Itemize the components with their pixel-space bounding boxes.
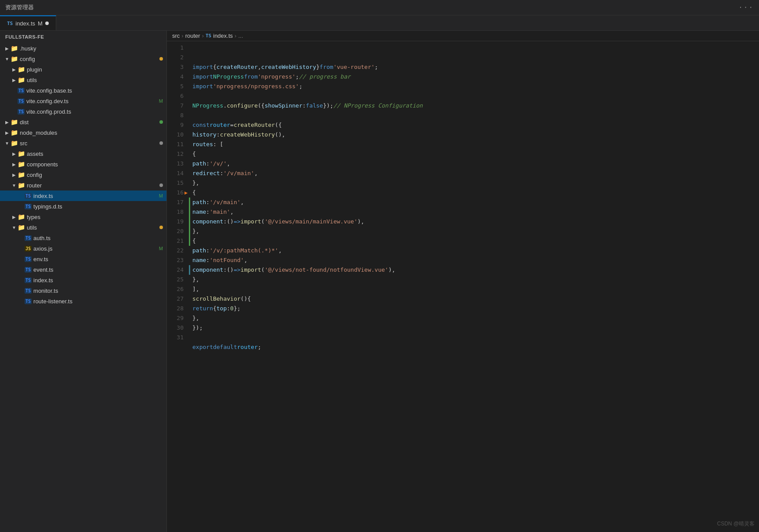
panel-title: 资源管理器 [5, 4, 34, 11]
tree-item-node_modules[interactable]: ▶ 📁 node_modules [0, 127, 166, 138]
tree-item-vite-config-prod[interactable]: TS vite.config.prod.ts [0, 106, 166, 117]
ellipsis-button[interactable]: ··· [738, 4, 754, 11]
code-line-30: export default router; [189, 342, 759, 352]
bc-ts-badge: TS [206, 33, 211, 39]
code-line-31 [189, 352, 759, 362]
tree-item-axios-js[interactable]: JS axios.js M [0, 243, 166, 254]
code-line-24: ], [189, 284, 759, 294]
tree-item-utils[interactable]: ▼ 📁 utils [0, 222, 166, 233]
code-line-4 [189, 91, 759, 101]
code-line-11: path: '/v/', [189, 159, 759, 169]
code-line-21: name: 'notFound', [189, 255, 759, 265]
tree-item-auth-ts[interactable]: TS auth.ts [0, 233, 166, 243]
tab-modifier: M [38, 20, 43, 27]
tree-item-typings-d-ts[interactable]: TS typings.d.ts [0, 201, 166, 212]
bc-sep3: › [235, 32, 236, 39]
watermark: CSDN @晴灵客 [717, 520, 755, 528]
line-numbers: 1234567891011121314151617181920212223242… [167, 41, 189, 532]
code-line-3: import 'nprogress/nprogress.css'; [189, 82, 759, 91]
code-line-27: }, [189, 313, 759, 323]
code-line-5: NProgress.configure({ showSpinner: false… [189, 101, 759, 111]
bc-dots: ... [238, 32, 243, 39]
code-line-20: path: '/v/:pathMatch(.*)*', [189, 246, 759, 255]
tree-item-config[interactable]: ▼ 📁 config [0, 54, 166, 64]
bc-filename: index.ts [213, 32, 233, 39]
tab-dot [45, 22, 49, 25]
breadcrumb: src › router › TS index.ts › ... [167, 31, 759, 41]
tree-item-router[interactable]: ▼ 📁 router [0, 180, 166, 191]
code-line-7: const router = createRouter({ [189, 120, 759, 130]
tab-index-ts[interactable]: TS index.ts M [0, 15, 56, 30]
sidebar-header: FULLSTARS-FE [0, 31, 166, 43]
code-line-13: }, [189, 178, 759, 188]
code-line-8: history: createWebHistory(), [189, 130, 759, 140]
tree-item-assets[interactable]: ▶ 📁 assets [0, 148, 166, 159]
file-tree: ▶ 📁 .husky ▼ 📁 config ▶ 📁 plugin ▶ 📁 uti… [0, 43, 166, 306]
code-line-12: redirect: '/v/main', [189, 169, 759, 178]
code-line-28: }); [189, 323, 759, 333]
tree-item-config-src[interactable]: ▶ 📁 config [0, 169, 166, 180]
tree-item-monitor-ts[interactable]: TS monitor.ts [0, 285, 166, 296]
code-line-25: scrollBehavior() { [189, 294, 759, 304]
tab-bar: TS index.ts M [0, 15, 759, 31]
code-line-18: }, [189, 226, 759, 236]
code-content: import { createRouter, createWebHistory … [189, 41, 759, 532]
code-line-16: name: 'main', [189, 207, 759, 217]
tree-item-plugin[interactable]: ▶ 📁 plugin [0, 64, 166, 75]
code-line-14: ▶ { [189, 188, 759, 198]
code-editor[interactable]: 1234567891011121314151617181920212223242… [167, 41, 759, 532]
tab-ts-badge: TS [7, 21, 13, 26]
tree-item-utils-config[interactable]: ▶ 📁 utils [0, 75, 166, 85]
bc-router: router [185, 32, 200, 39]
sidebar: FULLSTARS-FE ▶ 📁 .husky ▼ 📁 config ▶ 📁 p… [0, 31, 167, 532]
code-line-15: path: '/v/main', [189, 198, 759, 207]
tree-item-env-ts[interactable]: TS env.ts [0, 254, 166, 264]
tree-item-vite-config-dev[interactable]: TS vite.config.dev.ts M [0, 96, 166, 106]
main-layout: FULLSTARS-FE ▶ 📁 .husky ▼ 📁 config ▶ 📁 p… [0, 31, 759, 532]
tree-item-husky[interactable]: ▶ 📁 .husky [0, 43, 166, 54]
bc-src: src [172, 32, 180, 39]
bc-sep1: › [181, 32, 183, 39]
tree-item-components[interactable]: ▶ 📁 components [0, 159, 166, 169]
code-line-17: component: () => import('@/views/main/ma… [189, 217, 759, 226]
bc-sep2: › [202, 32, 204, 39]
code-line-29 [189, 333, 759, 342]
code-line-19: { [189, 236, 759, 246]
title-bar: 资源管理器 ··· [0, 0, 759, 15]
code-line-22: component: () => import('@/views/not-fou… [189, 265, 759, 275]
tree-item-vite-config-base[interactable]: TS vite.config.base.ts [0, 85, 166, 96]
tree-item-index-ts2[interactable]: TS index.ts [0, 275, 166, 285]
code-line-23: }, [189, 275, 759, 284]
code-line-26: return { top: 0 }; [189, 304, 759, 313]
tree-item-event-ts[interactable]: TS event.ts [0, 264, 166, 275]
editor-area: src › router › TS index.ts › ... 1234567… [167, 31, 759, 532]
tab-filename: index.ts [15, 20, 35, 27]
code-line-9: routes: [ [189, 140, 759, 149]
tree-item-index-ts[interactable]: TS index.ts M [0, 191, 166, 201]
code-line-1: import { createRouter, createWebHistory … [189, 62, 759, 72]
code-line-2: import NProgress from 'nprogress'; // pr… [189, 72, 759, 82]
tree-item-dist[interactable]: ▶ 📁 dist [0, 117, 166, 127]
code-line-10: { [189, 149, 759, 159]
tree-item-types[interactable]: ▶ 📁 types [0, 212, 166, 222]
code-line-6 [189, 111, 759, 120]
tree-item-route-listener-ts[interactable]: TS route-listener.ts [0, 296, 166, 306]
tree-item-src[interactable]: ▼ 📁 src [0, 138, 166, 148]
